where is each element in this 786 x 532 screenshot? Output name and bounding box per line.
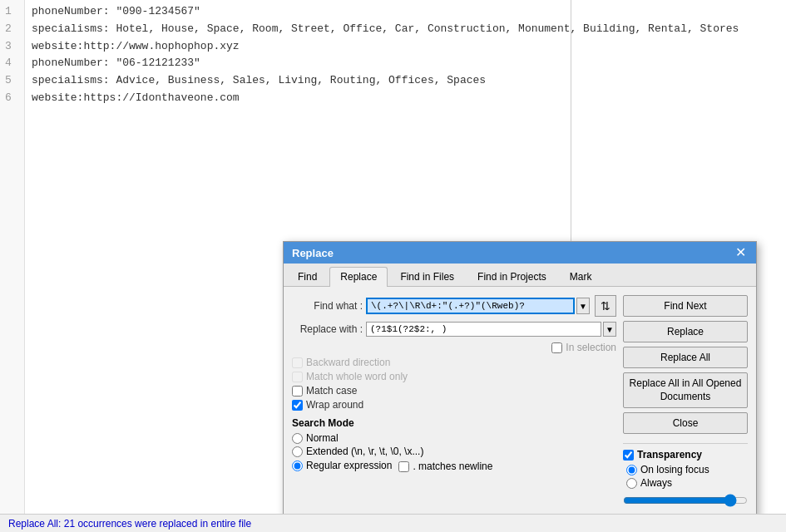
- tab-find[interactable]: Find: [287, 267, 328, 286]
- in-selection-checkbox[interactable]: [551, 342, 562, 353]
- wrap-around-label: Wrap around: [306, 399, 363, 411]
- backward-direction-checkbox[interactable]: [292, 357, 303, 368]
- mode-regex-radio[interactable]: [292, 461, 303, 471]
- match-whole-word-row: Match whole word only: [292, 371, 616, 382]
- radio-normal-row: Normal: [292, 432, 616, 444]
- match-case-label: Match case: [306, 385, 357, 397]
- dialog-right: Find Next Replace Replace All Replace Al…: [623, 295, 748, 510]
- mode-extended-label: Extended (\n, \r, \t, \0, \x...): [306, 446, 423, 457]
- replace-input[interactable]: [366, 322, 601, 337]
- replace-label: Replace with :: [292, 323, 363, 335]
- wrap-around-checkbox[interactable]: [292, 400, 303, 411]
- code-line: phoneNumber: "090-1234567": [32, 3, 779, 21]
- matches-newline-label: . matches newline: [413, 461, 492, 472]
- search-mode-title: Search Mode: [292, 417, 616, 429]
- swap-button[interactable]: ⇅: [595, 295, 616, 317]
- transparency-always-label: Always: [640, 477, 672, 489]
- match-case-checkbox[interactable]: [292, 386, 303, 397]
- dialog-titlebar: Replace ✕: [284, 242, 756, 264]
- line-numbers: 1 2 3 4 5 6: [0, 0, 25, 532]
- mode-extended-radio[interactable]: [292, 446, 303, 457]
- find-dropdown[interactable]: ▼: [576, 298, 590, 314]
- dialog-left: Find what : ▼ ⇅ Replace with : ▼ In sele…: [292, 295, 616, 510]
- find-what-row: Find what : ▼ ⇅: [292, 295, 616, 317]
- close-button[interactable]: ✕: [734, 246, 748, 259]
- tab-find-in-files[interactable]: Find in Files: [389, 267, 465, 286]
- match-case-row: Match case: [292, 385, 616, 397]
- code-line: specialisms: Advice, Business, Sales, Li…: [32, 72, 779, 90]
- backward-direction-label: Backward direction: [306, 357, 390, 368]
- transparency-section: Transparency On losing focus Always: [623, 443, 748, 510]
- vertical-divider: [571, 0, 571, 249]
- replace-dropdown[interactable]: ▼: [603, 322, 616, 337]
- dialog-tabs: Find Replace Find in Files Find in Proje…: [284, 264, 756, 287]
- mode-normal-label: Normal: [306, 432, 339, 444]
- dialog-body: Find what : ▼ ⇅ Replace with : ▼ In sele…: [284, 287, 756, 518]
- wrap-around-row: Wrap around: [292, 399, 616, 411]
- match-whole-word-checkbox[interactable]: [292, 372, 303, 382]
- match-whole-word-label: Match whole word only: [306, 371, 408, 382]
- code-line: website:https://Idonthaveone.com: [32, 90, 779, 107]
- status-bar: Replace All: 21 occurrences were replace…: [0, 514, 786, 532]
- find-next-button[interactable]: Find Next: [623, 295, 748, 317]
- tab-mark[interactable]: Mark: [559, 267, 603, 286]
- close-dialog-button[interactable]: Close: [623, 412, 748, 434]
- radio-extended-row: Extended (\n, \r, \t, \0, \x...): [292, 446, 616, 457]
- matches-newline-checkbox[interactable]: [398, 461, 409, 472]
- status-text: Replace All: 21 occurrences were replace…: [8, 518, 251, 530]
- options-section: Backward direction Match whole word only…: [292, 357, 616, 411]
- replace-with-row: Replace with : ▼: [292, 322, 616, 337]
- find-input-wrap: ▼: [366, 298, 590, 314]
- find-label: Find what :: [292, 300, 363, 312]
- transparency-on-losing-focus-label: On losing focus: [640, 464, 709, 475]
- in-selection-label: In selection: [566, 342, 616, 353]
- code-line: phoneNumber: "06-12121233": [32, 55, 779, 72]
- replace-all-opened-button[interactable]: Replace All in All Opened Documents: [623, 372, 748, 408]
- tab-find-in-projects[interactable]: Find in Projects: [467, 267, 557, 286]
- mode-normal-radio[interactable]: [292, 433, 303, 444]
- transparency-slider[interactable]: [623, 494, 748, 507]
- mode-regex-label: Regular expression: [306, 460, 392, 471]
- transparency-header: Transparency: [623, 449, 748, 461]
- radio-regex-row: Regular expression . matches newline: [292, 459, 616, 472]
- transparency-checkbox[interactable]: [623, 450, 634, 461]
- dialog-title: Replace: [292, 247, 334, 259]
- replace-input-wrap: ▼: [366, 322, 616, 337]
- tab-replace[interactable]: Replace: [329, 267, 388, 287]
- transparency-on-losing-focus-radio[interactable]: [626, 465, 637, 475]
- transparency-always-radio[interactable]: [626, 478, 637, 489]
- search-mode-section: Search Mode Normal Extended (\n, \r, \t,…: [292, 417, 616, 472]
- backward-direction-row: Backward direction: [292, 357, 616, 368]
- find-input[interactable]: [366, 298, 575, 314]
- code-line: website:http://www.hophophop.xyz: [32, 38, 779, 56]
- replace-all-button[interactable]: Replace All: [623, 347, 748, 368]
- replace-dialog: Replace ✕ Find Replace Find in Files Fin…: [283, 241, 757, 519]
- in-selection-row: In selection: [292, 342, 616, 353]
- transparency-always-row: Always: [626, 477, 748, 489]
- transparency-label: Transparency: [637, 449, 702, 461]
- transparency-on-losing-focus-row: On losing focus: [626, 464, 748, 475]
- replace-button[interactable]: Replace: [623, 321, 748, 342]
- code-line: specialisms: Hotel, House, Space, Room, …: [32, 21, 779, 38]
